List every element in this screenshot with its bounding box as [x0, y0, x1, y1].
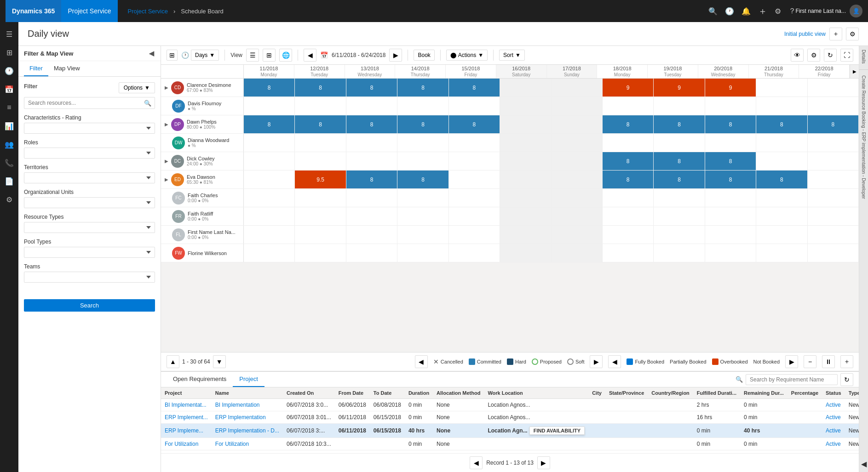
booking-day[interactable]: 8 [808, 115, 859, 133]
doc-nav-icon[interactable]: 📄 [1, 173, 17, 189]
refresh-req-btn[interactable]: ↻ [840, 373, 853, 386]
list-nav-icon[interactable]: ≡ [1, 99, 17, 116]
tab-project[interactable]: Project [233, 372, 264, 387]
next-date-btn[interactable]: ▶ [389, 49, 402, 62]
actions-button[interactable]: ⬤ Actions ▼ [446, 50, 488, 61]
table-cell[interactable]: ERP Implementation [212, 411, 283, 424]
zoom-out-btn[interactable]: − [804, 355, 816, 368]
booking-day[interactable]: 8 [756, 171, 807, 188]
booking-day[interactable]: 8 [603, 152, 654, 170]
expand-btn[interactable]: ⊞ [167, 50, 178, 61]
avatar[interactable]: 👤 [850, 5, 862, 17]
pool-types-select[interactable] [24, 247, 155, 258]
booking-day[interactable]: 8 [346, 171, 397, 188]
booking-day[interactable]: 8 [654, 115, 705, 133]
booking-day[interactable]: 8 [397, 79, 448, 97]
teams-select[interactable] [24, 272, 155, 283]
list-view-btn[interactable]: ☰ [246, 49, 259, 62]
table-cell[interactable]: BI Implementation [212, 399, 283, 411]
booking-day[interactable]: 8 [654, 171, 705, 188]
find-availability-tooltip[interactable]: FIND AVAILABILITY [529, 427, 585, 435]
settings-nav-icon[interactable]: ⚙ [1, 191, 17, 208]
booking-day[interactable]: 8 [603, 171, 654, 188]
scroll-right-btn[interactable]: ▶ [850, 65, 859, 78]
next-booking-btn[interactable]: ▶ [785, 355, 798, 368]
settings-icon[interactable]: ⚙ [775, 7, 781, 16]
resource-types-select[interactable] [24, 222, 155, 233]
days-button[interactable]: Days ▼ [191, 50, 219, 61]
menu-icon[interactable]: ☰ [1, 26, 17, 42]
table-cell[interactable]: Active [822, 424, 845, 438]
booking-day[interactable]: 8 [295, 79, 346, 97]
refresh-btn[interactable]: ↻ [824, 49, 837, 62]
expand-row-icon[interactable]: ▶ [165, 159, 168, 164]
project-service-brand[interactable]: Project Service [61, 0, 117, 22]
booking-day[interactable]: 9 [705, 79, 756, 97]
table-cell[interactable]: BI Implementat... [161, 399, 212, 411]
prev-record-btn[interactable]: ◀ [470, 456, 483, 469]
recent-nav-icon[interactable]: 🕐 [1, 63, 17, 79]
chart-nav-icon[interactable]: 📊 [1, 118, 17, 134]
collapse-filter-button[interactable]: ◀ [148, 50, 155, 57]
req-search-input[interactable] [746, 374, 838, 385]
table-cell[interactable]: For Utilization [212, 438, 283, 450]
booking-day[interactable]: 8 [705, 152, 756, 170]
search-button[interactable]: Search [24, 299, 155, 312]
table-cell[interactable]: Active [822, 438, 845, 450]
fullscreen-btn[interactable]: ⛶ [840, 49, 853, 62]
view-mode-btn[interactable]: 👁 [791, 49, 804, 62]
table-cell[interactable]: Active [822, 411, 845, 424]
booking-day[interactable]: 8 [244, 115, 295, 133]
next-legend-btn[interactable]: ▶ [590, 355, 603, 368]
expand-row-icon[interactable]: ▶ [165, 177, 168, 182]
grid-btn[interactable]: ⊞ [263, 49, 276, 62]
booking-day[interactable]: 8 [449, 115, 500, 133]
breadcrumb-item-1[interactable]: Project Service [128, 8, 168, 15]
booking-day[interactable]: 8 [449, 79, 500, 97]
expand-row-icon[interactable]: ▶ [165, 122, 168, 127]
booking-day[interactable]: 8 [397, 115, 448, 133]
next-record-btn[interactable]: ▶ [537, 456, 550, 469]
booking-day[interactable]: 8 [346, 79, 397, 97]
search-icon[interactable]: 🔍 [708, 7, 718, 16]
add-icon[interactable]: ＋ [758, 5, 767, 17]
calendar-nav-icon[interactable]: 📅 [1, 81, 17, 97]
pause-btn[interactable]: ⏸ [822, 355, 835, 368]
prev-booking-btn[interactable]: ◀ [608, 355, 621, 368]
booking-day[interactable]: 9 [603, 79, 654, 97]
table-cell[interactable]: ERP Impleme... [161, 424, 212, 438]
booking-day[interactable]: 8 [705, 115, 756, 133]
search-resources-input[interactable] [24, 97, 155, 109]
roles-select[interactable] [24, 148, 155, 159]
phone-nav-icon[interactable]: 📞 [1, 154, 17, 171]
table-cell[interactable]: For Utilization [161, 438, 212, 450]
settings-view-button[interactable]: ⚙ [846, 28, 859, 40]
booking-day[interactable]: 8 [654, 152, 705, 170]
territories-select[interactable] [24, 172, 155, 183]
bell-icon[interactable]: 🔔 [742, 7, 751, 16]
tab-open-requirements[interactable]: Open Requirements [167, 372, 233, 387]
prev-date-btn[interactable]: ◀ [304, 49, 316, 62]
people-nav-icon[interactable]: 👥 [1, 136, 17, 153]
booking-day[interactable]: 9.5 [295, 171, 346, 188]
book-button[interactable]: Book [414, 50, 434, 61]
characteristics-select[interactable] [24, 123, 155, 134]
booking-day[interactable]: 8 [756, 115, 807, 133]
collapse-rows-btn[interactable]: ▲ [167, 355, 179, 368]
user-area[interactable]: First name Last na... 👤 [796, 5, 862, 17]
booking-day[interactable]: 8 [346, 115, 397, 133]
help-icon[interactable]: ？ [788, 6, 796, 16]
sort-button[interactable]: Sort ▼ [499, 50, 525, 61]
options-button[interactable]: Options ▼ [119, 82, 155, 93]
tab-filter[interactable]: Filter [24, 61, 48, 76]
expand-rows-btn[interactable]: ▼ [213, 355, 226, 368]
settings-calendar-btn[interactable]: ⚙ [807, 49, 820, 62]
right-panel-toggle[interactable]: Details Create Resource Booking - ERP im… [859, 46, 868, 472]
booking-day[interactable]: 8 [244, 79, 295, 97]
globe-btn[interactable]: 🌐 [279, 49, 292, 62]
table-cell[interactable]: ERP Implementation - D... [212, 424, 283, 438]
booking-day[interactable]: 8 [705, 171, 756, 188]
booking-day[interactable]: 9 [654, 79, 705, 97]
add-view-button[interactable]: ＋ [829, 28, 842, 40]
tab-map-view[interactable]: Map View [48, 61, 86, 76]
